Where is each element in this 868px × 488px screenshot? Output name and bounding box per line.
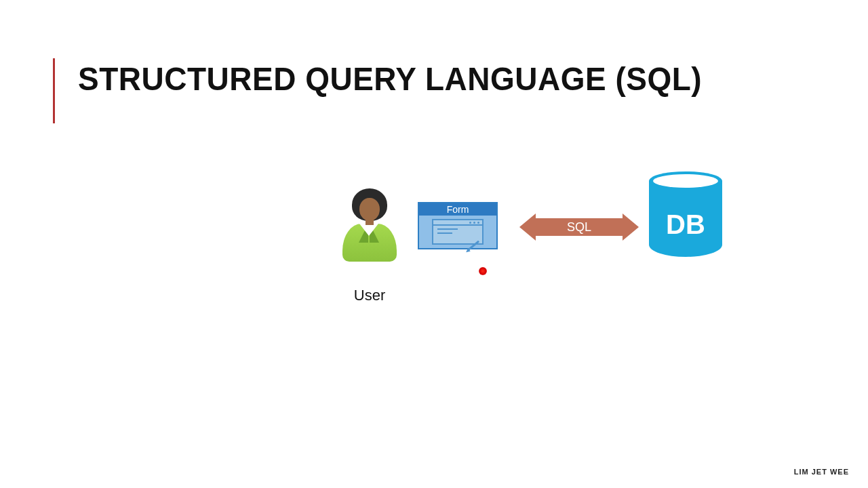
sql-diagram: User Form SQL DB: [326, 176, 800, 312]
user-node: User: [336, 188, 403, 263]
author-footer: LIM JET WEE: [794, 468, 849, 476]
arrow-left-icon: [519, 214, 536, 241]
user-icon: [339, 188, 400, 263]
slide-title: STRUCTURED QUERY LANGUAGE (SQL): [78, 60, 702, 128]
database-label: DB: [649, 209, 722, 240]
pencil-icon: [468, 241, 479, 251]
database-node: DB: [646, 171, 726, 273]
database-icon: DB: [649, 171, 722, 261]
arrow-right-icon: [623, 214, 639, 241]
title-accent-bar: [53, 58, 55, 123]
laser-pointer-dot: [479, 267, 487, 275]
form-window-icon: [432, 219, 484, 245]
slide-title-block: STRUCTURED QUERY LANGUAGE (SQL): [53, 60, 702, 125]
user-label: User: [336, 287, 403, 304]
form-label: Form: [419, 203, 496, 216]
sql-arrow: SQL: [519, 214, 639, 241]
form-node: Form: [418, 202, 498, 249]
arrow-label: SQL: [567, 220, 591, 235]
